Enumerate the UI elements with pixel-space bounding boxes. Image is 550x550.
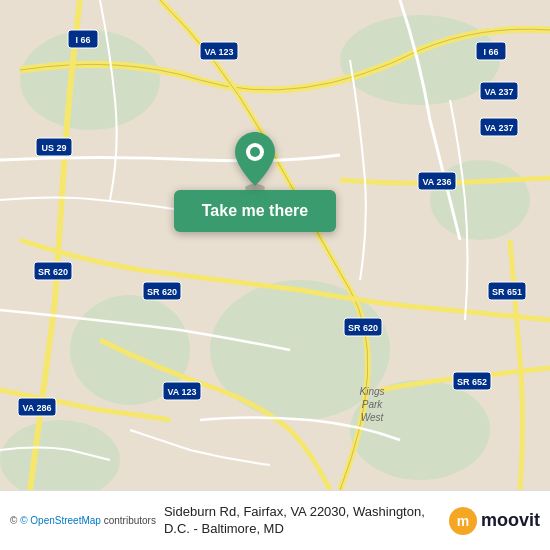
moovit-logo-icon: m	[449, 507, 477, 535]
svg-text:I 66: I 66	[483, 47, 498, 57]
svg-text:VA 237: VA 237	[484, 123, 513, 133]
svg-text:VA 123: VA 123	[167, 387, 196, 397]
svg-text:SR 620: SR 620	[348, 323, 378, 333]
svg-text:West: West	[361, 412, 385, 423]
svg-text:VA 237: VA 237	[484, 87, 513, 97]
svg-text:SR 652: SR 652	[457, 377, 487, 387]
svg-text:SR 620: SR 620	[38, 267, 68, 277]
moovit-brand-name: moovit	[481, 510, 540, 531]
svg-text:US 29: US 29	[41, 143, 66, 153]
address-text: Sideburn Rd, Fairfax, VA 22030, Washingt…	[164, 504, 441, 538]
copyright-text: © © OpenStreetMap contributors	[10, 515, 156, 526]
svg-point-41	[250, 147, 260, 157]
svg-text:VA 236: VA 236	[422, 177, 451, 187]
map-container: I 66 I 66 VA 123 VA 237 VA 237 VA 236 US…	[0, 0, 550, 490]
button-overlay: Take me there	[155, 130, 355, 232]
svg-text:Park: Park	[362, 399, 384, 410]
location-pin-icon	[230, 130, 280, 190]
svg-text:SR 620: SR 620	[147, 287, 177, 297]
bottom-bar: © © OpenStreetMap contributors Sideburn …	[0, 490, 550, 550]
svg-text:I 66: I 66	[75, 35, 90, 45]
moovit-logo: m moovit	[449, 507, 540, 535]
svg-text:VA 286: VA 286	[22, 403, 51, 413]
take-me-there-button[interactable]: Take me there	[174, 190, 336, 232]
svg-text:SR 651: SR 651	[492, 287, 522, 297]
svg-text:Kings: Kings	[359, 386, 384, 397]
openstreetmap-link[interactable]: © OpenStreetMap	[20, 515, 101, 526]
contributors-label: contributors	[104, 515, 156, 526]
svg-point-2	[340, 15, 500, 105]
svg-text:VA 123: VA 123	[204, 47, 233, 57]
